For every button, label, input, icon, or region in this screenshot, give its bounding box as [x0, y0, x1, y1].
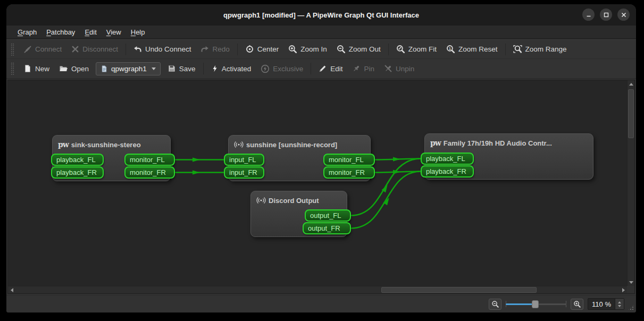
menu-help[interactable]: Help [126, 27, 150, 38]
link-discord-output-fr-to-family-playback-fr [351, 172, 421, 229]
scroll-left-arrow[interactable] [8, 286, 15, 294]
close-icon [621, 12, 627, 18]
zoom-out-button[interactable]: Zoom Out [332, 42, 386, 56]
minimize-icon [586, 12, 592, 18]
port-sunshine-monitor-fr[interactable]: monitor_FR [323, 166, 375, 179]
exclusive-button[interactable]: Exclusive [256, 62, 308, 76]
zoom-slider-fill [506, 303, 534, 305]
target-icon [245, 45, 254, 54]
magnifier-plus-icon [573, 300, 581, 308]
edit-button[interactable]: Edit [314, 62, 347, 75]
zoom-slider[interactable] [506, 299, 566, 309]
plug-connect-icon [23, 45, 32, 54]
x-disconnect-icon [71, 45, 79, 53]
window-resize-grip[interactable] [628, 304, 634, 311]
port-sink-playback-fl[interactable]: playback_FL [51, 154, 104, 166]
window-title: qpwgraph1 [modified] — A PipeWire Graph … [6, 11, 636, 19]
disconnect-button[interactable]: Disconnect [66, 43, 123, 56]
magnifier-minus-icon [337, 45, 346, 54]
menu-graph[interactable]: Graph [13, 27, 41, 38]
pushpin-icon [352, 64, 361, 73]
unpin-button[interactable]: Unpin [379, 62, 419, 75]
undo-arrow-icon [133, 45, 142, 54]
toolbar-patchbay: New Open qpwgraph1 Save Act [6, 59, 636, 79]
port-family-playback-fl[interactable]: playback_FL [421, 153, 474, 165]
close-button[interactable] [617, 9, 630, 21]
scroll-right-arrow[interactable] [620, 286, 627, 294]
vertical-scroll-thumb[interactable] [628, 89, 634, 138]
menubar: Graph Patchbay Edit View Help [6, 26, 636, 39]
redo-button[interactable]: Redo [196, 43, 234, 56]
undo-connect-button[interactable]: Undo Connect [129, 43, 196, 56]
menu-view[interactable]: View [102, 27, 126, 38]
magnifier-minus-icon [491, 300, 499, 308]
titlebar[interactable]: qpwgraph1 [modified] — A PipeWire Graph … [6, 4, 636, 26]
lightning-bolt-icon [211, 64, 219, 73]
magnifier-range-icon [513, 45, 522, 54]
chevron-down-icon [152, 67, 156, 70]
activated-button[interactable]: Activated [206, 62, 256, 75]
open-button[interactable]: Open [54, 62, 94, 75]
toolbar-separator [505, 44, 506, 55]
toolbar-drag-handle[interactable] [11, 43, 14, 56]
zoom-range-button[interactable]: Zoom Range [508, 42, 572, 56]
spin-up-arrow[interactable] [618, 301, 621, 303]
toolbar-separator [388, 44, 389, 55]
magnifier-plus-icon [288, 45, 297, 54]
zoom-percent-value: 110 % [588, 300, 615, 308]
crossed-pushpin-icon [384, 64, 392, 73]
pencil-icon [319, 64, 327, 73]
window-controls [582, 9, 630, 21]
zoom-fit-button[interactable]: Zoom Fit [391, 42, 441, 56]
horizontal-scrollbar[interactable] [8, 286, 627, 293]
statusbar: 110 % [6, 295, 636, 312]
patchbay-file-icon [101, 65, 108, 73]
spin-down-arrow[interactable] [618, 305, 621, 307]
connect-button[interactable]: Connect [19, 43, 66, 56]
toolbar-graph-actions: Connect Disconnect Undo Connect Redo [6, 39, 636, 59]
toolbar-drag-handle[interactable] [11, 62, 14, 75]
magnifier-one-icon: 1 [446, 45, 455, 54]
zoom-slider-handle[interactable] [532, 300, 539, 308]
port-sunshine-input-fl[interactable]: input_FL [224, 154, 264, 166]
scroll-down-arrow[interactable] [628, 278, 635, 286]
graph-canvas[interactable]: pw sink-sunshine-stereo playback_FL play… [7, 80, 635, 294]
maximize-button[interactable] [600, 9, 612, 21]
port-sink-playback-fr[interactable]: playback_FR [51, 166, 104, 179]
statusbar-zoom-out-button[interactable] [489, 299, 501, 310]
horizontal-scroll-thumb[interactable] [381, 287, 537, 293]
circled-bolt-icon [261, 64, 270, 73]
svg-text:1: 1 [449, 46, 451, 51]
port-discord-output-fr[interactable]: output_FR [303, 222, 351, 234]
vertical-scrollbar[interactable] [627, 80, 634, 286]
port-discord-output-fl[interactable]: output_FL [305, 209, 351, 222]
magnifier-fit-icon [396, 45, 405, 54]
scroll-up-arrow[interactable] [628, 80, 635, 88]
save-button[interactable]: Save [163, 62, 200, 75]
port-sink-monitor-fl[interactable]: monitor_FL [124, 154, 175, 166]
scrollbar-corner [627, 286, 634, 293]
zoom-reset-button[interactable]: 1 Zoom Reset [441, 42, 503, 56]
port-family-playback-fr[interactable]: playback_FR [421, 165, 474, 178]
toolbar-separator [126, 44, 126, 55]
zoom-percent-spinbox[interactable]: 110 % [588, 298, 624, 310]
pin-button[interactable]: Pin [347, 62, 379, 75]
port-sunshine-monitor-fl[interactable]: monitor_FL [323, 154, 375, 166]
patchbay-selector-dropdown[interactable]: qpwgraph1 [96, 62, 161, 75]
open-folder-icon [59, 64, 68, 73]
maximize-icon [603, 12, 609, 18]
connection-links [8, 80, 635, 294]
statusbar-zoom-in-button[interactable] [571, 299, 583, 310]
center-button[interactable]: Center [240, 42, 284, 56]
port-sink-monitor-fr[interactable]: monitor_FR [124, 166, 175, 179]
new-button[interactable]: New [19, 62, 54, 75]
app-window: qpwgraph1 [modified] — A PipeWire Graph … [6, 4, 636, 312]
zoom-in-button[interactable]: Zoom In [283, 42, 332, 56]
redo-arrow-icon [200, 45, 209, 54]
menu-patchbay[interactable]: Patchbay [41, 27, 80, 38]
toolbar-separator [311, 63, 311, 74]
port-sunshine-input-fr[interactable]: input_FR [224, 166, 264, 179]
menu-edit[interactable]: Edit [80, 27, 101, 38]
minimize-button[interactable] [582, 9, 595, 21]
toolbar-separator [237, 44, 238, 55]
